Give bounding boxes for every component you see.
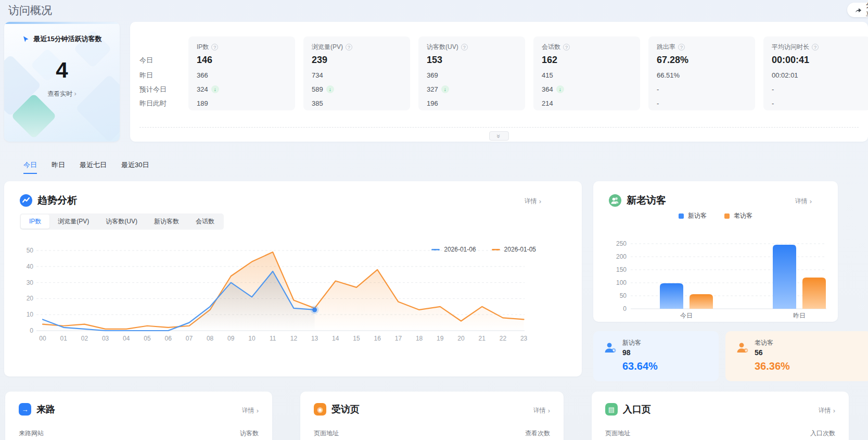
- metric-value: 364↓: [542, 82, 632, 96]
- report-detail-link[interactable]: 详情›: [242, 406, 259, 415]
- help-icon[interactable]: ?: [563, 44, 570, 51]
- svg-text:20: 20: [27, 295, 34, 302]
- metric-column-3: 会话数?162415364↓214: [533, 36, 640, 110]
- visitor-stat-value: 56: [755, 348, 773, 357]
- metric-column-0: IP数?146366324↓189: [188, 36, 295, 110]
- svg-text:01: 01: [60, 335, 68, 342]
- metric-label: 会话数: [542, 43, 560, 52]
- report-card-1: ◉受访页详情›页面地址查看次数: [300, 392, 564, 440]
- report-col-header: 查看次数: [525, 429, 550, 438]
- report-detail-link[interactable]: 详情›: [819, 406, 835, 415]
- realtime-title: 最近15分钟活跃访客数: [33, 34, 101, 44]
- share-icon: [854, 6, 862, 14]
- metric-column-5: 平均访问时长?00:00:4100:02:01--: [763, 36, 868, 110]
- visitor-stat-card-0[interactable]: 新访客9863.64%: [593, 331, 719, 381]
- metric-value: 324↓: [197, 82, 287, 96]
- legend-label: 老访客: [734, 211, 752, 220]
- metric-value: 327↓: [427, 82, 517, 96]
- metric-column-1: 浏览量(PV)?239734589↓385: [303, 36, 410, 110]
- svg-text:15: 15: [353, 335, 360, 342]
- trend-tab-1[interactable]: 浏览量(PV): [49, 215, 97, 229]
- report-detail-link[interactable]: 详情›: [533, 406, 550, 415]
- share-button[interactable]: 分享: [847, 3, 868, 17]
- svg-text:03: 03: [102, 335, 109, 342]
- svg-text:100: 100: [616, 279, 627, 286]
- trend-down-icon: ↓: [556, 85, 564, 93]
- period-tab-2[interactable]: 最近七日: [80, 160, 107, 174]
- period-tab-0[interactable]: 今日: [23, 160, 37, 174]
- metric-value: 00:00:41: [772, 52, 862, 68]
- trend-chart-icon: [20, 194, 32, 207]
- svg-text:50: 50: [620, 292, 627, 299]
- metric-value: 366: [197, 68, 287, 82]
- collapse-button[interactable]: »: [489, 131, 509, 141]
- visitors-bar-chart: 050100150200250今日昨日: [598, 229, 830, 320]
- visitors-detail-link[interactable]: 详情›: [795, 197, 812, 206]
- trend-tab-2[interactable]: 访客数(UV): [97, 215, 146, 229]
- metric-value: 66.51%: [657, 68, 747, 82]
- overview-row-labels: 今日昨日预计今日昨日此时: [139, 52, 181, 110]
- help-icon[interactable]: ?: [678, 44, 685, 51]
- svg-text:0: 0: [623, 305, 627, 312]
- overview-columns: IP数?146366324↓189浏览量(PV)?239734589↓385访客…: [188, 36, 868, 110]
- overview-row-label: 预计今日: [139, 82, 181, 96]
- metric-value: 189: [197, 96, 287, 110]
- metric-label: 访客数(UV): [427, 43, 458, 52]
- trend-detail-link[interactable]: 详情›: [525, 197, 541, 206]
- help-icon[interactable]: ?: [211, 44, 218, 51]
- page-title: 访问概况: [8, 3, 52, 18]
- visitors-icon: [609, 194, 621, 207]
- report-card-title: 受访页: [331, 403, 360, 416]
- trend-tab-4[interactable]: 会话数: [187, 215, 223, 229]
- overview-row-label: 昨日此时: [139, 96, 181, 110]
- metric-value: 734: [312, 68, 402, 82]
- chevron-right-icon: ›: [257, 407, 259, 414]
- svg-text:00: 00: [39, 335, 46, 342]
- metric-value: 146: [197, 52, 287, 68]
- realtime-icon: [22, 35, 30, 43]
- svg-text:12: 12: [290, 335, 298, 342]
- metric-value: 00:02:01: [772, 68, 862, 82]
- share-label: 分享: [866, 1, 868, 19]
- svg-text:10: 10: [248, 335, 256, 342]
- legend-square-icon: [724, 213, 730, 219]
- svg-text:18: 18: [416, 335, 423, 342]
- metric-value: 239: [312, 52, 402, 68]
- visitors-title: 新老访客: [627, 194, 666, 207]
- legend-item[interactable]: 新访客: [679, 211, 707, 220]
- realtime-visitors-card[interactable]: 最近15分钟活跃访客数 4 查看实时 ›: [4, 22, 120, 142]
- metric-value: 67.28%: [657, 52, 747, 68]
- trend-down-icon: ↓: [441, 85, 449, 93]
- overview-row-label: 昨日: [139, 68, 181, 82]
- realtime-link[interactable]: 查看实时 ›: [4, 90, 120, 98]
- trend-tab-3[interactable]: 新访客数: [146, 215, 187, 229]
- old-visitor-icon: [736, 341, 749, 355]
- svg-text:22: 22: [500, 335, 507, 342]
- metric-label: 平均访问时长: [772, 43, 809, 52]
- svg-text:17: 17: [395, 335, 402, 342]
- visitor-stat-value: 98: [622, 348, 641, 357]
- period-tab-1[interactable]: 昨日: [52, 160, 65, 174]
- help-icon[interactable]: ?: [812, 44, 819, 51]
- metric-value: -: [772, 96, 862, 110]
- chevron-right-icon: ›: [548, 407, 550, 414]
- period-tab-3[interactable]: 最近30日: [121, 160, 149, 174]
- report-card-title: 来路: [36, 403, 55, 416]
- entry-page-icon: ▤: [605, 403, 618, 416]
- overview-row-label: 今日: [139, 52, 181, 68]
- metric-value: 162: [542, 52, 632, 68]
- metric-value: 196: [427, 96, 517, 110]
- visitor-stat-card-1[interactable]: 老访客5636.36%: [725, 331, 868, 381]
- report-col-header: 页面地址: [605, 429, 630, 438]
- trend-tab-0[interactable]: IP数: [21, 215, 49, 229]
- legend-item[interactable]: 老访客: [724, 211, 752, 220]
- visitor-stat-percent: 63.64%: [622, 360, 719, 372]
- svg-text:14: 14: [332, 335, 339, 342]
- report-card-title: 入口页: [623, 403, 651, 416]
- help-icon[interactable]: ?: [461, 44, 468, 51]
- svg-text:10: 10: [27, 311, 34, 318]
- svg-text:07: 07: [186, 335, 193, 342]
- help-icon[interactable]: ?: [346, 44, 352, 51]
- trend-metric-tabs: IP数浏览量(PV)访客数(UV)新访客数会话数: [20, 213, 224, 230]
- new-old-visitors-card: 新老访客 详情› 新访客老访客 050100150200250今日昨日: [593, 181, 838, 322]
